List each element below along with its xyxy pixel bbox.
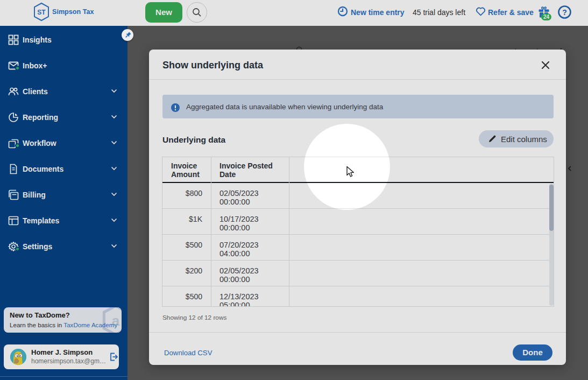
svg-text:?: ?: [562, 8, 567, 17]
svg-text:ST: ST: [37, 9, 46, 16]
